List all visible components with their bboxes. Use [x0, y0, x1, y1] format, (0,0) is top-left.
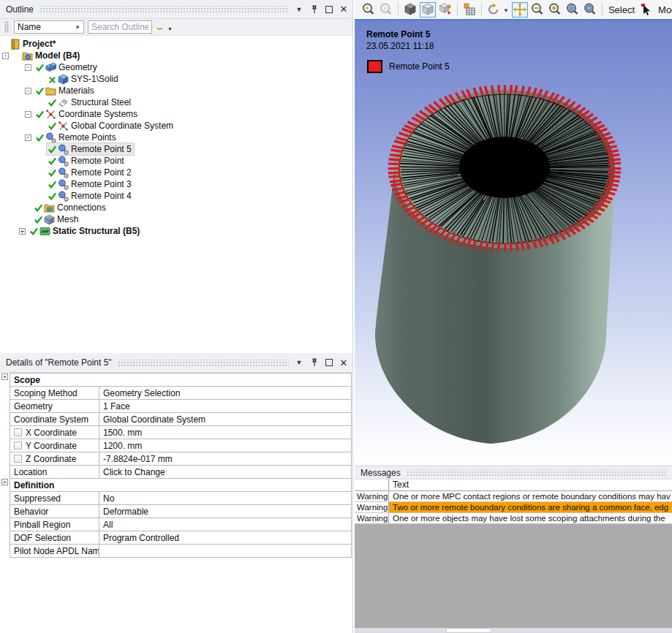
- zoom-next-icon[interactable]: [378, 2, 394, 18]
- property-value[interactable]: 1 Face: [99, 400, 352, 412]
- collapse-expander-icon[interactable]: -: [25, 88, 31, 94]
- close-icon[interactable]: ✕: [339, 5, 348, 14]
- mode-label[interactable]: Mode: [658, 4, 672, 15]
- parameter-checkbox[interactable]: [14, 428, 22, 436]
- parameter-checkbox[interactable]: [14, 455, 22, 463]
- message-text: One or more MPC contact regions or remot…: [389, 492, 672, 501]
- toolbar-grip[interactable]: [4, 21, 9, 33]
- scrollbar-thumb[interactable]: [446, 628, 491, 633]
- body-icon: [58, 74, 69, 85]
- box-zoom-icon[interactable]: [582, 2, 598, 18]
- collapse-expander-icon[interactable]: -: [1, 479, 8, 485]
- collapse-expander-icon[interactable]: -: [25, 111, 31, 118]
- collapse-expander-icon[interactable]: -: [25, 134, 31, 141]
- property-value[interactable]: No: [99, 492, 352, 504]
- collapse-expander-icon[interactable]: -: [1, 374, 8, 380]
- tree-item-model[interactable]: - Model (B4): [0, 50, 352, 61]
- material-icon: [58, 97, 69, 108]
- tree-item-remote-point-5[interactable]: Remote Point 5: [0, 143, 352, 155]
- pan-icon[interactable]: [512, 2, 528, 18]
- message-row[interactable]: Warning One or more MPC contact regions …: [355, 491, 672, 502]
- zoom-out-icon[interactable]: [529, 2, 545, 18]
- filter-type-dropdown[interactable]: Name ▼: [14, 20, 84, 34]
- connections-icon: [44, 202, 55, 213]
- message-row-selected[interactable]: Warning Two or more remote boundary cond…: [355, 502, 672, 513]
- tree-item-remote-points[interactable]: - Remote Points: [0, 132, 352, 143]
- property-value[interactable]: Global Coordinate System: [99, 413, 352, 425]
- search-outline-input[interactable]: [88, 20, 152, 34]
- property-value[interactable]: All: [99, 518, 352, 531]
- section-row-scope[interactable]: - Scope: [10, 374, 352, 387]
- zoom-in-icon[interactable]: [547, 2, 563, 18]
- shaded-exterior-icon[interactable]: [402, 2, 418, 18]
- maximize-icon[interactable]: [325, 359, 333, 366]
- property-label: Geometry: [10, 400, 99, 412]
- text-column-header[interactable]: Text: [389, 480, 672, 490]
- mesh-display-icon[interactable]: [461, 2, 477, 18]
- show-vertices-icon[interactable]: [437, 2, 453, 18]
- tree-item-global-coordinate-system[interactable]: Global Coordinate System: [0, 120, 352, 132]
- tree-item-solid[interactable]: SYS-1\Solid: [0, 73, 352, 85]
- details-header: Details of "Remote Point 5" ▼ ✕: [0, 353, 352, 373]
- chevron-down-icon: ▼: [75, 24, 80, 31]
- property-value[interactable]: Program Controlled: [99, 531, 352, 544]
- horizontal-scrollbar[interactable]: [355, 628, 672, 633]
- model-viewport[interactable]: Remote Point 5 23.05.2021 11:18 Remote P…: [355, 20, 672, 464]
- pin-icon[interactable]: [310, 358, 319, 367]
- tree-item-remote-point-3[interactable]: Remote Point 3: [0, 178, 352, 190]
- message-text: Two or more remote boundary conditions a…: [389, 502, 672, 512]
- tree-item-materials[interactable]: - Materials: [0, 85, 352, 96]
- rotate-icon[interactable]: [486, 2, 502, 18]
- tree-item-remote-point-4[interactable]: Remote Point 4: [0, 190, 352, 202]
- tree-item-geometry[interactable]: - Geometry: [0, 61, 352, 73]
- detail-row: X Coordinate 1500. mm: [10, 426, 352, 439]
- close-icon[interactable]: ✕: [339, 358, 348, 367]
- graphics-area: ▼ Select Mode ▼: [355, 0, 672, 633]
- maximize-icon[interactable]: [325, 6, 333, 13]
- severity-column-header[interactable]: [355, 480, 389, 490]
- shaded-exterior-wireframe-icon[interactable]: [420, 2, 436, 18]
- detail-row: Geometry 1 Face: [10, 400, 352, 413]
- outline-header: Outline ▼ ✕: [0, 0, 352, 19]
- property-value[interactable]: 1200. mm: [99, 439, 352, 452]
- tree-item-structural-steel[interactable]: Structural Steel: [0, 96, 352, 108]
- expand-search-chevron-icon[interactable]: ⌄: [154, 23, 165, 31]
- cylinder-model[interactable]: [355, 20, 672, 464]
- tree-item-mesh[interactable]: Mesh: [0, 213, 352, 225]
- select-label[interactable]: Select: [608, 4, 635, 15]
- remote-points-icon: [45, 132, 56, 143]
- tree-item-static-structural[interactable]: + Static Structural (B5): [0, 225, 352, 237]
- property-value[interactable]: Click to Change: [99, 466, 352, 478]
- tree-item-project[interactable]: Project*: [0, 38, 352, 50]
- chevron-down-icon[interactable]: ▼: [295, 5, 303, 14]
- property-value[interactable]: -7.8824e-017 mm: [99, 452, 352, 465]
- chevron-down-icon[interactable]: ▼: [295, 358, 303, 367]
- pin-icon[interactable]: [310, 5, 319, 14]
- property-value[interactable]: 1500. mm: [99, 426, 352, 439]
- dropdown-caret-icon[interactable]: ▼: [503, 7, 509, 14]
- tree-item-remote-point-2[interactable]: Remote Point 2: [0, 167, 352, 178]
- expand-expander-icon[interactable]: +: [19, 228, 26, 235]
- zoom-fit-icon[interactable]: [565, 2, 581, 18]
- tree-item-connections[interactable]: Connections: [0, 202, 352, 213]
- check-icon: [48, 98, 57, 107]
- materials-icon: [45, 86, 56, 96]
- property-value[interactable]: Geometry Selection: [99, 387, 352, 399]
- message-row[interactable]: Warning One or more objects may have los…: [355, 513, 672, 524]
- property-value[interactable]: [99, 545, 352, 557]
- section-row-definition[interactable]: - Definition: [10, 479, 352, 492]
- zoom-previous-icon[interactable]: [360, 2, 377, 18]
- select-cursor-icon[interactable]: [638, 2, 654, 18]
- parameter-checkbox[interactable]: [14, 441, 22, 450]
- messages-panel: Messages Text Warning One or more MPC co…: [355, 466, 672, 633]
- tree-item-remote-point[interactable]: Remote Point: [0, 155, 352, 167]
- tree-item-coordinate-systems[interactable]: - Coordinate Systems: [0, 108, 352, 120]
- outline-title: Outline: [6, 4, 34, 15]
- severity-cell: Warning: [355, 491, 389, 501]
- dropdown-caret-icon[interactable]: ▼: [167, 26, 173, 31]
- graphics-toolbar: ▼ Select Mode ▼: [355, 0, 672, 19]
- collapse-expander-icon[interactable]: -: [25, 64, 31, 71]
- check-icon: [48, 168, 57, 178]
- property-value[interactable]: Deformable: [99, 505, 352, 518]
- collapse-expander-icon[interactable]: -: [2, 53, 9, 59]
